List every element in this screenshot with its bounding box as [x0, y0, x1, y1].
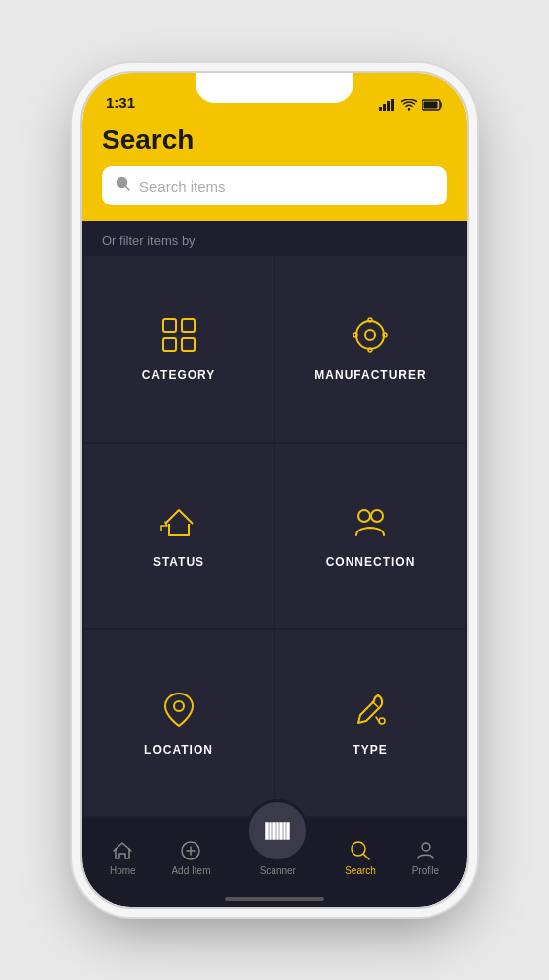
svg-point-20	[371, 510, 383, 522]
svg-rect-11	[182, 338, 195, 351]
grid-item-connection[interactable]: CONNECTION	[275, 444, 465, 629]
scanner-nav-label: Scanner	[260, 865, 296, 876]
svg-rect-3	[391, 99, 394, 111]
wifi-icon	[401, 99, 417, 111]
svg-rect-29	[277, 823, 278, 839]
scanner-button[interactable]	[246, 799, 309, 862]
manufacturer-label: MANUFACTURER	[314, 368, 426, 382]
main-content: Or filter items by CATEGORY	[82, 221, 467, 818]
add-item-nav-icon	[179, 839, 202, 862]
grid-item-manufacturer[interactable]: MANUFACTURER	[275, 256, 465, 442]
type-icon	[351, 690, 390, 733]
svg-rect-8	[163, 319, 176, 332]
svg-point-33	[352, 842, 365, 856]
svg-rect-9	[182, 319, 195, 332]
svg-rect-31	[284, 823, 285, 839]
status-icon	[159, 502, 198, 545]
nav-item-profile[interactable]: Profile	[400, 833, 451, 882]
filter-label: Or filter items by	[82, 221, 467, 254]
type-label: TYPE	[353, 743, 387, 757]
grid-item-location[interactable]: LOCATION	[84, 630, 274, 816]
svg-rect-1	[383, 104, 386, 111]
notch	[196, 73, 353, 103]
svg-rect-2	[387, 101, 390, 111]
status-icons	[379, 99, 443, 111]
home-nav-icon	[111, 839, 134, 862]
nav-item-search[interactable]: Search	[333, 833, 388, 882]
header: Search Search items	[82, 117, 467, 221]
svg-rect-0	[379, 107, 382, 111]
status-time: 1:31	[106, 94, 135, 111]
barcode-icon	[264, 817, 291, 845]
search-nav-label: Search	[345, 865, 376, 876]
connection-icon	[351, 502, 390, 545]
page-title: Search	[102, 124, 447, 156]
svg-point-19	[358, 510, 370, 522]
svg-rect-27	[270, 823, 271, 839]
phone-frame: 1:31	[82, 73, 467, 907]
svg-point-12	[356, 321, 384, 349]
svg-point-21	[174, 701, 184, 711]
svg-point-35	[422, 843, 430, 851]
connection-label: CONNECTION	[326, 555, 416, 569]
svg-rect-6	[424, 102, 438, 109]
bottom-nav: Home Add Item	[82, 818, 467, 907]
grid-item-status[interactable]: STATUS	[84, 444, 274, 629]
svg-rect-26	[266, 823, 268, 839]
location-label: LOCATION	[144, 743, 213, 757]
svg-point-4	[408, 108, 410, 110]
svg-rect-32	[287, 823, 289, 839]
grid-item-type[interactable]: TYPE	[275, 630, 465, 816]
search-nav-icon	[349, 839, 372, 862]
profile-nav-icon	[414, 839, 437, 862]
status-label: STATUS	[153, 555, 204, 569]
nav-item-add[interactable]: Add Item	[159, 833, 222, 882]
add-item-nav-label: Add Item	[171, 865, 210, 876]
svg-rect-10	[163, 338, 176, 351]
nav-item-home[interactable]: Home	[98, 833, 148, 882]
signal-icon	[379, 99, 396, 111]
search-bar[interactable]: Search items	[102, 166, 447, 205]
category-label: CATEGORY	[142, 368, 216, 382]
search-placeholder: Search items	[139, 178, 226, 195]
home-indicator	[225, 897, 324, 901]
category-icon	[159, 315, 198, 359]
nav-item-scanner[interactable]: Scanner	[234, 813, 321, 882]
svg-rect-28	[273, 823, 275, 839]
svg-line-34	[364, 855, 370, 860]
location-icon	[159, 690, 198, 733]
home-nav-label: Home	[110, 865, 136, 876]
profile-nav-label: Profile	[412, 865, 439, 876]
filter-grid: CATEGORY MANUFACTURER	[82, 254, 467, 818]
search-icon	[116, 176, 131, 196]
svg-point-13	[365, 330, 375, 340]
manufacturer-icon	[351, 315, 390, 359]
grid-item-category[interactable]: CATEGORY	[84, 256, 274, 442]
battery-icon	[422, 99, 443, 111]
screen: 1:31	[82, 73, 467, 907]
svg-rect-30	[280, 823, 282, 839]
